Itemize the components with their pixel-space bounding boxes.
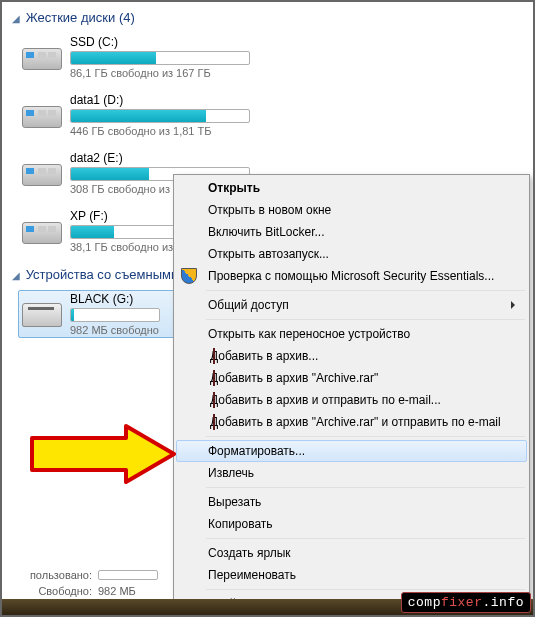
hdd-icon [20, 38, 64, 76]
watermark: compfixer.info [401, 592, 531, 613]
menu-open-new-window[interactable]: Открыть в новом окне [176, 199, 527, 221]
used-bar [98, 570, 158, 580]
menu-open[interactable]: Открыть [176, 177, 527, 199]
usage-bar [70, 51, 250, 65]
drive-name: data2 (E:) [70, 151, 264, 165]
menu-add-archive-rar-mail[interactable]: Добавить в архив "Archive.rar" и отправи… [176, 411, 527, 433]
menu-create-shortcut[interactable]: Создать ярлык [176, 542, 527, 564]
annotation-arrow-icon [30, 424, 176, 484]
menu-mse-scan[interactable]: Проверка с помощью Microsoft Security Es… [176, 265, 527, 287]
winrar-icon [213, 414, 215, 430]
separator [206, 319, 525, 320]
collapse-icon: ◢ [12, 13, 20, 24]
drive-free: 446 ГБ свободно из 1,81 ТБ [70, 125, 264, 137]
section-title: Жесткие диски [26, 10, 116, 25]
hdd-icon [20, 212, 64, 250]
menu-add-archive[interactable]: Добавить в архив... [176, 345, 527, 367]
separator [206, 487, 525, 488]
hdd-icon [20, 96, 64, 134]
menu-bitlocker[interactable]: Включить BitLocker... [176, 221, 527, 243]
hdd-icon [20, 154, 64, 192]
usage-bar [70, 109, 250, 123]
separator [206, 538, 525, 539]
free-value: 982 МБ [98, 585, 136, 597]
menu-copy[interactable]: Копировать [176, 513, 527, 535]
drive-free: 86,1 ГБ свободно из 167 ГБ [70, 67, 264, 79]
menu-open-portable[interactable]: Открыть как переносное устройство [176, 323, 527, 345]
menu-autoplay[interactable]: Открыть автозапуск... [176, 243, 527, 265]
winrar-icon [213, 392, 215, 408]
winrar-icon [213, 348, 215, 364]
section-hard-drives[interactable]: ◢ Жесткие диски (4) [10, 6, 525, 31]
menu-eject[interactable]: Извлечь [176, 462, 527, 484]
status-panel: пользовано: Свободно: 982 МБ [0, 567, 174, 599]
winrar-icon [213, 370, 215, 386]
submenu-arrow-icon [511, 301, 519, 309]
context-menu: Открыть Открыть в новом окне Включить Bi… [173, 174, 530, 617]
drive-data1-d[interactable]: data1 (D:) 446 ГБ свободно из 1,81 ТБ [18, 91, 266, 139]
svg-marker-0 [32, 426, 174, 482]
menu-rename[interactable]: Переименовать [176, 564, 527, 586]
drive-name: data1 (D:) [70, 93, 264, 107]
menu-add-archive-rar[interactable]: Добавить в архив "Archive.rar" [176, 367, 527, 389]
menu-cut[interactable]: Вырезать [176, 491, 527, 513]
collapse-icon: ◢ [12, 270, 20, 281]
menu-add-archive-mail[interactable]: Добавить в архив и отправить по e-mail..… [176, 389, 527, 411]
free-label: Свободно: [18, 585, 98, 597]
separator [206, 589, 525, 590]
drive-ssd-c[interactable]: SSD (C:) 86,1 ГБ свободно из 167 ГБ [18, 33, 266, 81]
usage-bar [70, 308, 160, 322]
shield-icon [181, 268, 197, 284]
drive-name: SSD (C:) [70, 35, 264, 49]
menu-sharing[interactable]: Общий доступ [176, 294, 527, 316]
menu-format[interactable]: Форматировать... [176, 440, 527, 462]
separator [206, 436, 525, 437]
used-label: пользовано: [18, 569, 98, 581]
separator [206, 290, 525, 291]
removable-drive-icon [20, 295, 64, 333]
section-count: (4) [119, 10, 135, 25]
